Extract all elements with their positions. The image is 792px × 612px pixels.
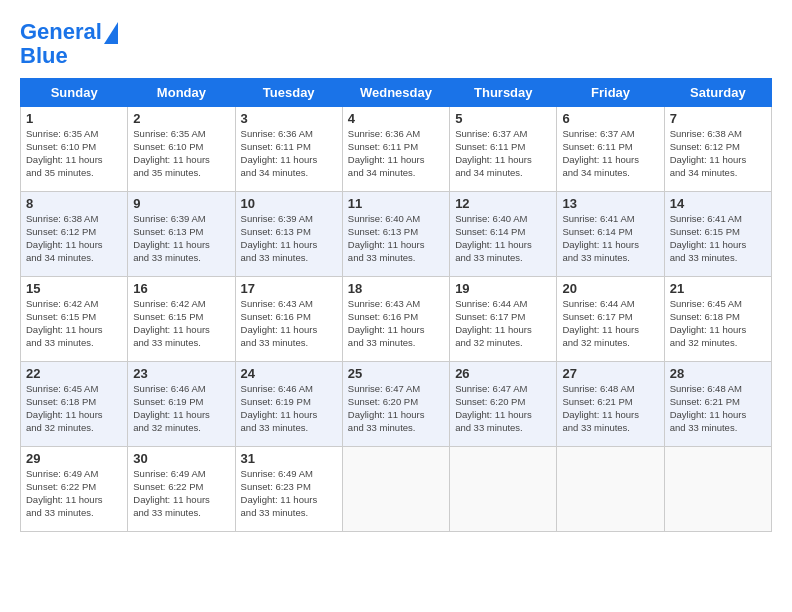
day-number: 8 bbox=[26, 196, 122, 211]
day-number: 4 bbox=[348, 111, 444, 126]
weekday-header-sunday: Sunday bbox=[21, 79, 128, 107]
day-number: 22 bbox=[26, 366, 122, 381]
weekday-header-row: SundayMondayTuesdayWednesdayThursdayFrid… bbox=[21, 79, 772, 107]
calendar-day-cell: 2Sunrise: 6:35 AM Sunset: 6:10 PM Daylig… bbox=[128, 107, 235, 192]
day-number: 5 bbox=[455, 111, 551, 126]
day-number: 10 bbox=[241, 196, 337, 211]
day-info: Sunrise: 6:47 AM Sunset: 6:20 PM Dayligh… bbox=[455, 383, 551, 434]
day-info: Sunrise: 6:40 AM Sunset: 6:13 PM Dayligh… bbox=[348, 213, 444, 264]
calendar-day-cell: 28Sunrise: 6:48 AM Sunset: 6:21 PM Dayli… bbox=[664, 362, 771, 447]
day-info: Sunrise: 6:49 AM Sunset: 6:23 PM Dayligh… bbox=[241, 468, 337, 519]
day-number: 2 bbox=[133, 111, 229, 126]
weekday-header-saturday: Saturday bbox=[664, 79, 771, 107]
calendar-day-cell: 18Sunrise: 6:43 AM Sunset: 6:16 PM Dayli… bbox=[342, 277, 449, 362]
logo-text: General bbox=[20, 20, 102, 44]
day-info: Sunrise: 6:41 AM Sunset: 6:14 PM Dayligh… bbox=[562, 213, 658, 264]
day-info: Sunrise: 6:36 AM Sunset: 6:11 PM Dayligh… bbox=[241, 128, 337, 179]
day-info: Sunrise: 6:36 AM Sunset: 6:11 PM Dayligh… bbox=[348, 128, 444, 179]
day-info: Sunrise: 6:48 AM Sunset: 6:21 PM Dayligh… bbox=[562, 383, 658, 434]
day-info: Sunrise: 6:47 AM Sunset: 6:20 PM Dayligh… bbox=[348, 383, 444, 434]
day-number: 1 bbox=[26, 111, 122, 126]
day-info: Sunrise: 6:38 AM Sunset: 6:12 PM Dayligh… bbox=[670, 128, 766, 179]
day-info: Sunrise: 6:37 AM Sunset: 6:11 PM Dayligh… bbox=[562, 128, 658, 179]
calendar-day-cell: 13Sunrise: 6:41 AM Sunset: 6:14 PM Dayli… bbox=[557, 192, 664, 277]
day-number: 15 bbox=[26, 281, 122, 296]
calendar-day-cell: 5Sunrise: 6:37 AM Sunset: 6:11 PM Daylig… bbox=[450, 107, 557, 192]
day-number: 31 bbox=[241, 451, 337, 466]
day-number: 14 bbox=[670, 196, 766, 211]
day-number: 21 bbox=[670, 281, 766, 296]
logo-blue: Blue bbox=[20, 44, 68, 68]
day-number: 27 bbox=[562, 366, 658, 381]
calendar-day-cell: 10Sunrise: 6:39 AM Sunset: 6:13 PM Dayli… bbox=[235, 192, 342, 277]
weekday-header-thursday: Thursday bbox=[450, 79, 557, 107]
calendar-day-cell: 29Sunrise: 6:49 AM Sunset: 6:22 PM Dayli… bbox=[21, 447, 128, 532]
weekday-header-wednesday: Wednesday bbox=[342, 79, 449, 107]
calendar-day-cell: 22Sunrise: 6:45 AM Sunset: 6:18 PM Dayli… bbox=[21, 362, 128, 447]
day-info: Sunrise: 6:44 AM Sunset: 6:17 PM Dayligh… bbox=[562, 298, 658, 349]
day-info: Sunrise: 6:43 AM Sunset: 6:16 PM Dayligh… bbox=[348, 298, 444, 349]
day-info: Sunrise: 6:35 AM Sunset: 6:10 PM Dayligh… bbox=[26, 128, 122, 179]
calendar-day-cell: 7Sunrise: 6:38 AM Sunset: 6:12 PM Daylig… bbox=[664, 107, 771, 192]
day-info: Sunrise: 6:44 AM Sunset: 6:17 PM Dayligh… bbox=[455, 298, 551, 349]
calendar-week-row: 22Sunrise: 6:45 AM Sunset: 6:18 PM Dayli… bbox=[21, 362, 772, 447]
day-number: 16 bbox=[133, 281, 229, 296]
calendar-day-cell: 4Sunrise: 6:36 AM Sunset: 6:11 PM Daylig… bbox=[342, 107, 449, 192]
day-number: 26 bbox=[455, 366, 551, 381]
calendar-day-cell: 21Sunrise: 6:45 AM Sunset: 6:18 PM Dayli… bbox=[664, 277, 771, 362]
calendar-day-cell: 15Sunrise: 6:42 AM Sunset: 6:15 PM Dayli… bbox=[21, 277, 128, 362]
day-info: Sunrise: 6:42 AM Sunset: 6:15 PM Dayligh… bbox=[26, 298, 122, 349]
calendar-day-cell: 27Sunrise: 6:48 AM Sunset: 6:21 PM Dayli… bbox=[557, 362, 664, 447]
day-info: Sunrise: 6:46 AM Sunset: 6:19 PM Dayligh… bbox=[133, 383, 229, 434]
calendar-day-cell: 14Sunrise: 6:41 AM Sunset: 6:15 PM Dayli… bbox=[664, 192, 771, 277]
calendar-week-row: 29Sunrise: 6:49 AM Sunset: 6:22 PM Dayli… bbox=[21, 447, 772, 532]
day-number: 25 bbox=[348, 366, 444, 381]
day-number: 7 bbox=[670, 111, 766, 126]
day-info: Sunrise: 6:40 AM Sunset: 6:14 PM Dayligh… bbox=[455, 213, 551, 264]
calendar-day-cell: 20Sunrise: 6:44 AM Sunset: 6:17 PM Dayli… bbox=[557, 277, 664, 362]
calendar-day-cell: 23Sunrise: 6:46 AM Sunset: 6:19 PM Dayli… bbox=[128, 362, 235, 447]
calendar-day-cell: 25Sunrise: 6:47 AM Sunset: 6:20 PM Dayli… bbox=[342, 362, 449, 447]
calendar-day-cell bbox=[450, 447, 557, 532]
calendar-week-row: 15Sunrise: 6:42 AM Sunset: 6:15 PM Dayli… bbox=[21, 277, 772, 362]
calendar-day-cell: 12Sunrise: 6:40 AM Sunset: 6:14 PM Dayli… bbox=[450, 192, 557, 277]
day-info: Sunrise: 6:49 AM Sunset: 6:22 PM Dayligh… bbox=[133, 468, 229, 519]
day-info: Sunrise: 6:46 AM Sunset: 6:19 PM Dayligh… bbox=[241, 383, 337, 434]
day-number: 23 bbox=[133, 366, 229, 381]
day-info: Sunrise: 6:43 AM Sunset: 6:16 PM Dayligh… bbox=[241, 298, 337, 349]
day-info: Sunrise: 6:42 AM Sunset: 6:15 PM Dayligh… bbox=[133, 298, 229, 349]
day-number: 12 bbox=[455, 196, 551, 211]
day-info: Sunrise: 6:45 AM Sunset: 6:18 PM Dayligh… bbox=[670, 298, 766, 349]
day-number: 9 bbox=[133, 196, 229, 211]
day-info: Sunrise: 6:35 AM Sunset: 6:10 PM Dayligh… bbox=[133, 128, 229, 179]
weekday-header-tuesday: Tuesday bbox=[235, 79, 342, 107]
day-number: 3 bbox=[241, 111, 337, 126]
day-info: Sunrise: 6:49 AM Sunset: 6:22 PM Dayligh… bbox=[26, 468, 122, 519]
calendar-day-cell: 19Sunrise: 6:44 AM Sunset: 6:17 PM Dayli… bbox=[450, 277, 557, 362]
day-number: 18 bbox=[348, 281, 444, 296]
day-number: 20 bbox=[562, 281, 658, 296]
day-info: Sunrise: 6:38 AM Sunset: 6:12 PM Dayligh… bbox=[26, 213, 122, 264]
day-info: Sunrise: 6:45 AM Sunset: 6:18 PM Dayligh… bbox=[26, 383, 122, 434]
day-info: Sunrise: 6:39 AM Sunset: 6:13 PM Dayligh… bbox=[241, 213, 337, 264]
calendar-week-row: 8Sunrise: 6:38 AM Sunset: 6:12 PM Daylig… bbox=[21, 192, 772, 277]
calendar-day-cell: 17Sunrise: 6:43 AM Sunset: 6:16 PM Dayli… bbox=[235, 277, 342, 362]
day-number: 24 bbox=[241, 366, 337, 381]
day-number: 6 bbox=[562, 111, 658, 126]
day-info: Sunrise: 6:39 AM Sunset: 6:13 PM Dayligh… bbox=[133, 213, 229, 264]
day-info: Sunrise: 6:48 AM Sunset: 6:21 PM Dayligh… bbox=[670, 383, 766, 434]
day-number: 28 bbox=[670, 366, 766, 381]
calendar-day-cell: 11Sunrise: 6:40 AM Sunset: 6:13 PM Dayli… bbox=[342, 192, 449, 277]
weekday-header-monday: Monday bbox=[128, 79, 235, 107]
calendar-day-cell: 1Sunrise: 6:35 AM Sunset: 6:10 PM Daylig… bbox=[21, 107, 128, 192]
logo-general: General bbox=[20, 19, 102, 44]
calendar-table: SundayMondayTuesdayWednesdayThursdayFrid… bbox=[20, 78, 772, 532]
calendar-week-row: 1Sunrise: 6:35 AM Sunset: 6:10 PM Daylig… bbox=[21, 107, 772, 192]
calendar-day-cell: 30Sunrise: 6:49 AM Sunset: 6:22 PM Dayli… bbox=[128, 447, 235, 532]
calendar-day-cell: 26Sunrise: 6:47 AM Sunset: 6:20 PM Dayli… bbox=[450, 362, 557, 447]
calendar-day-cell: 8Sunrise: 6:38 AM Sunset: 6:12 PM Daylig… bbox=[21, 192, 128, 277]
calendar-day-cell bbox=[664, 447, 771, 532]
calendar-day-cell: 6Sunrise: 6:37 AM Sunset: 6:11 PM Daylig… bbox=[557, 107, 664, 192]
day-number: 30 bbox=[133, 451, 229, 466]
calendar-day-cell: 9Sunrise: 6:39 AM Sunset: 6:13 PM Daylig… bbox=[128, 192, 235, 277]
